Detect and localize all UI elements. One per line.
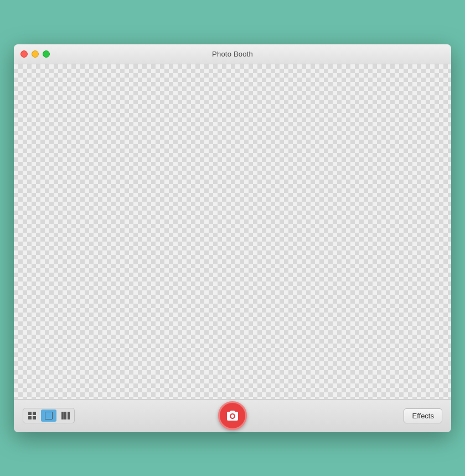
single-icon (45, 412, 53, 419)
app-background: Photo Booth (0, 0, 465, 476)
window-title: Photo Booth (212, 50, 253, 58)
strip-icon (61, 412, 70, 419)
close-button[interactable] (20, 50, 28, 58)
camera-icon (226, 409, 239, 422)
maximize-button[interactable] (43, 50, 50, 58)
grid-view-button[interactable] (24, 410, 40, 422)
photo-booth-window: Photo Booth (14, 44, 451, 432)
minimize-button[interactable] (32, 50, 39, 58)
view-controls (23, 408, 75, 423)
effects-button[interactable]: Effects (404, 408, 442, 423)
grid-icon (28, 412, 36, 419)
single-view-button[interactable] (41, 410, 56, 422)
camera-view (14, 64, 451, 399)
strip-view-button[interactable] (58, 410, 73, 422)
titlebar: Photo Booth (14, 44, 451, 64)
capture-button[interactable] (218, 401, 247, 430)
traffic-lights (14, 50, 50, 58)
toolbar: Effects (14, 399, 451, 432)
